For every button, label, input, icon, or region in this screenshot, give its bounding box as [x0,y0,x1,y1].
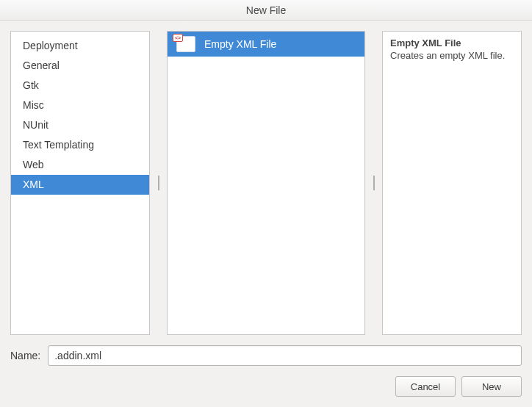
template-empty-xml-file[interactable]: <> Empty XML File [168,32,364,57]
category-deployment[interactable]: Deployment [11,36,149,56]
titlebar: New File [0,0,532,21]
name-input[interactable] [48,345,522,366]
template-list[interactable]: <> Empty XML File [167,31,365,335]
category-misc[interactable]: Misc [11,96,149,115]
splitter-handle-1[interactable] [157,31,159,335]
description-panel: Empty XML File Creates an empty XML file… [382,31,522,335]
description-body: Creates an empty XML file. [390,50,514,61]
category-text-templating[interactable]: Text Templating [11,135,149,155]
category-list[interactable]: Deployment General Gtk Misc NUnit Text T… [10,31,150,335]
xml-file-icon: <> [176,36,195,52]
cancel-button[interactable]: Cancel [395,376,456,397]
name-label: Name: [10,350,40,361]
dialog-content: Deployment General Gtk Misc NUnit Text T… [0,21,532,407]
new-file-dialog: New File Deployment General Gtk Misc NUn… [0,0,532,407]
name-row: Name: [10,345,522,366]
category-xml[interactable]: XML [11,175,149,195]
category-nunit[interactable]: NUnit [11,115,149,135]
splitter-handle-2[interactable] [373,31,375,335]
panels: Deployment General Gtk Misc NUnit Text T… [10,31,522,335]
description-title: Empty XML File [390,37,514,48]
category-gtk[interactable]: Gtk [11,76,149,96]
template-label: Empty XML File [204,38,276,50]
category-web[interactable]: Web [11,155,149,175]
window-title: New File [246,4,286,16]
category-general[interactable]: General [11,56,149,76]
new-button[interactable]: New [461,376,522,397]
button-row: Cancel New [10,376,522,397]
